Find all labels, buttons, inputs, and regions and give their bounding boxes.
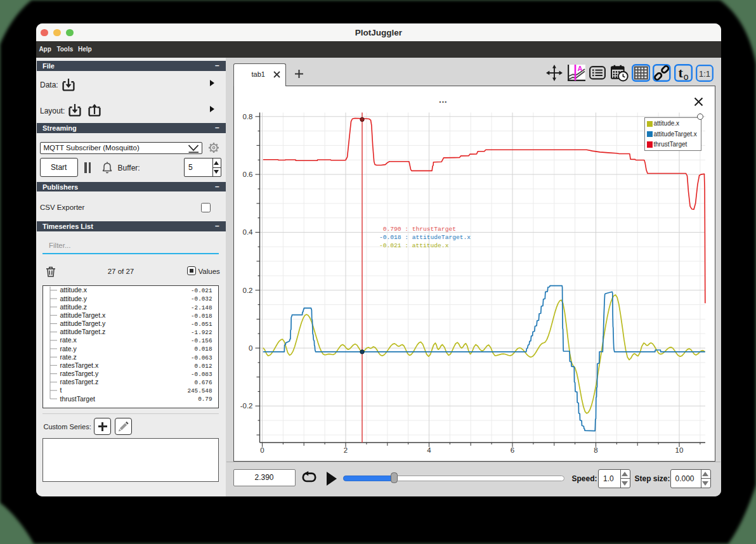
svg-text:0.790 : thrustTarget: 0.790 : thrustTarget [379,226,456,233]
svg-text:6: 6 [511,446,514,454]
svg-text:-0.2: -0.2 [240,402,253,410]
svg-text:0: 0 [260,446,264,454]
svg-text:0.4: 0.4 [243,228,254,236]
svg-text:0.8: 0.8 [243,113,253,120]
svg-text:-0.018 : attitudeTarget.x: -0.018 : attitudeTarget.x [379,234,471,241]
svg-text:4: 4 [427,446,431,454]
svg-text:0: 0 [249,344,252,352]
svg-text:8: 8 [594,446,597,454]
svg-text:2: 2 [344,446,348,454]
svg-text:10: 10 [675,446,684,454]
svg-text:-0.021 : attitude.x: -0.021 : attitude.x [379,242,449,249]
svg-text:0.6: 0.6 [243,171,253,178]
svg-text:0.2: 0.2 [243,287,253,294]
